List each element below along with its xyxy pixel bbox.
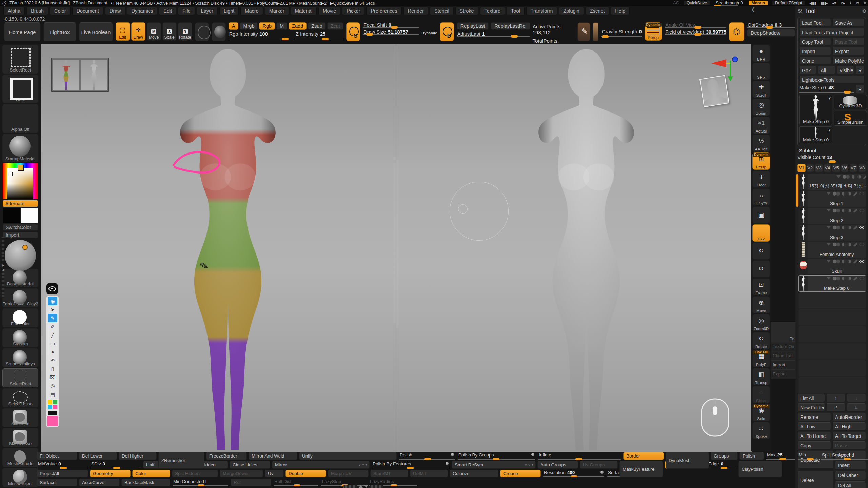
tool-button[interactable]: Lightbox▶Tools bbox=[799, 76, 864, 84]
sculpt-model-polypaint[interactable] bbox=[158, 47, 297, 452]
right-shelf-button[interactable]: SPix bbox=[752, 63, 770, 80]
right-shelf-button[interactable]: ∷ Xpose bbox=[752, 422, 770, 439]
shelf-item[interactable]: StartupMaterial bbox=[2, 134, 38, 163]
visibility-tab[interactable]: V6 bbox=[841, 164, 849, 172]
menu-item[interactable]: Brush bbox=[26, 7, 48, 15]
hue-cursor[interactable] bbox=[18, 165, 24, 171]
tool-button[interactable]: R bbox=[855, 66, 864, 74]
scroll-down-icon[interactable] bbox=[364, 485, 368, 488]
tray-control[interactable]: FillObject bbox=[37, 452, 77, 460]
subtool-item[interactable]: Step 2 bbox=[798, 207, 866, 224]
main-color-swatch[interactable] bbox=[3, 208, 20, 223]
tray-control[interactable]: Uv Groups bbox=[580, 461, 618, 469]
tray-control[interactable]: Del Higher bbox=[119, 452, 157, 460]
tool-button[interactable]: Paste Tool bbox=[832, 38, 864, 46]
tray-control[interactable]: Surface bbox=[37, 479, 77, 486]
tray-control[interactable]: Del Lower bbox=[79, 452, 117, 460]
shelf-collapse-right-icon[interactable]: ▮▮▮▸ bbox=[821, 1, 828, 5]
shelf-item[interactable]: Alpha Off bbox=[2, 104, 38, 133]
right-shelf-button[interactable]: ◌ Ghost bbox=[752, 386, 770, 403]
alternate-button[interactable]: Alternate bbox=[3, 200, 38, 207]
del-other-button[interactable]: Del Other bbox=[835, 471, 866, 480]
annotation-tool-icon[interactable]: ▤ bbox=[48, 390, 57, 399]
tray-control[interactable]: MidValue0 bbox=[37, 461, 88, 469]
minimize-icon[interactable]: ⍒ bbox=[849, 1, 851, 5]
subtool-action-button[interactable]: Rename bbox=[797, 413, 831, 421]
menu-item[interactable]: Movie bbox=[318, 7, 340, 15]
right-shelf-button[interactable]: ◧ Transp bbox=[752, 368, 770, 385]
sculpt-model-gray[interactable] bbox=[518, 47, 654, 452]
shelf-item[interactable]: MeshExtrude bbox=[2, 448, 38, 467]
tool-button[interactable]: Load Tool bbox=[799, 19, 831, 27]
z-intensity-slider[interactable]: Z Intensity25 bbox=[295, 31, 343, 39]
tray-control[interactable]: DynaMesh bbox=[666, 452, 709, 469]
delete-button[interactable]: Delete bbox=[797, 471, 834, 488]
visibility-tab[interactable]: V1 bbox=[797, 164, 806, 172]
menu-item[interactable]: Edit bbox=[159, 7, 176, 15]
annotation-tool-icon[interactable]: ◉ bbox=[48, 297, 57, 305]
texture-panel-button[interactable]: Texture On bbox=[771, 342, 795, 351]
thumbnail-polypaint[interactable] bbox=[53, 60, 79, 90]
tray-control[interactable]: Polish By Features bbox=[371, 461, 450, 469]
visibility-tab[interactable]: V3 bbox=[815, 164, 823, 172]
color-yellow[interactable] bbox=[48, 400, 52, 404]
menu-item[interactable]: Light bbox=[219, 7, 239, 15]
subtool-section-header[interactable]: Subtool bbox=[797, 146, 866, 155]
history-icon[interactable]: ⟲ bbox=[862, 8, 866, 14]
tray-control[interactable]: FreezeBorder bbox=[206, 452, 247, 460]
import-color-button[interactable]: Import bbox=[3, 232, 38, 238]
tray-control[interactable]: Geometry bbox=[90, 470, 131, 477]
shelf-item[interactable]: SmoothValleys bbox=[2, 348, 38, 367]
tray-control[interactable]: Polish By Groups bbox=[457, 452, 536, 460]
tray-control[interactable]: Mirror And Weld bbox=[249, 452, 297, 460]
tool-button[interactable]: Import bbox=[799, 47, 831, 55]
tray-control[interactable]: Mirror bbox=[272, 461, 370, 469]
right-shelf-button[interactable]: ↻ bbox=[752, 242, 770, 260]
switch-color-button[interactable]: SwitchColor bbox=[3, 224, 38, 230]
menu-item[interactable]: Zplugin bbox=[559, 7, 584, 15]
move-in-button[interactable]: ↳ bbox=[847, 403, 866, 411]
tool-button[interactable]: Clone bbox=[799, 57, 831, 65]
lightbox-button[interactable]: LightBox bbox=[43, 22, 77, 41]
deep-shadow-button[interactable]: DeepShadow bbox=[747, 29, 795, 37]
make-step-reset-button[interactable]: R bbox=[855, 85, 864, 93]
tray-control[interactable]: Min bbox=[797, 452, 819, 460]
right-shelf-button[interactable]: ✚ Scroll bbox=[752, 81, 770, 98]
tray-control[interactable]: Crease bbox=[500, 470, 541, 477]
tray-control[interactable]: Max25 bbox=[766, 452, 795, 460]
mode-button[interactable]: M Move bbox=[147, 22, 161, 41]
visibility-tab[interactable]: V4 bbox=[824, 164, 832, 172]
subtool-item[interactable]: Make Step 0 bbox=[798, 275, 866, 292]
menu-item[interactable]: Material bbox=[291, 7, 317, 15]
draw-size-slider[interactable]: Draw Size51.18757 bbox=[363, 29, 419, 35]
menu-item[interactable]: File bbox=[178, 7, 195, 15]
tool-button[interactable]: GoZ bbox=[799, 66, 816, 74]
right-shelf-button[interactable]: XYZ bbox=[752, 224, 770, 242]
shelf-item[interactable]: MeshProject bbox=[2, 468, 38, 487]
tray-control[interactable]: Polish bbox=[739, 452, 764, 460]
annotation-tool-icon[interactable]: ▭ bbox=[48, 339, 57, 348]
shelf-item[interactable]: Smooth bbox=[2, 328, 38, 347]
shelf-item[interactable]: FabioPaiva_Clay2 bbox=[2, 288, 38, 307]
tray-control[interactable]: Split Screen1 bbox=[821, 452, 868, 460]
secondary-color-swatch[interactable] bbox=[21, 208, 38, 223]
annotation-eye-button[interactable] bbox=[46, 283, 58, 294]
home-page-button[interactable]: Home Page bbox=[4, 22, 41, 41]
visibility-tab[interactable]: V8 bbox=[858, 164, 866, 172]
quicksave-button[interactable]: QuickSave bbox=[684, 1, 710, 5]
shelf-item[interactable]: Flat Color bbox=[2, 308, 38, 327]
menu-item[interactable]: Stroke bbox=[455, 7, 478, 15]
dynamic-mode-label[interactable]: Dynamic bbox=[421, 31, 437, 35]
tool-button[interactable]: Export bbox=[832, 47, 864, 55]
document-canvas[interactable]: ◉ ➤ ✎ ✐ ╱ ▭ ● ↶ bbox=[41, 44, 752, 452]
tray-control[interactable]: Border bbox=[623, 452, 664, 460]
right-shelf-button[interactable]: Dynamic ◉ Solo bbox=[752, 404, 770, 421]
tray-control[interactable]: MaskByFeature bbox=[619, 461, 663, 477]
tray-control[interactable]: Uv bbox=[265, 470, 284, 477]
restore-icon[interactable]: ⧉ bbox=[856, 1, 859, 5]
current-tool-thumbnail[interactable]: 7 Make Step 0 bbox=[799, 95, 832, 125]
shelf-item[interactable]: SelectRect bbox=[2, 45, 38, 74]
tray-control[interactable]: Colorize bbox=[450, 470, 498, 477]
menus-button[interactable]: Menus bbox=[749, 1, 768, 5]
tray-control[interactable]: SDiv3 bbox=[90, 461, 141, 469]
